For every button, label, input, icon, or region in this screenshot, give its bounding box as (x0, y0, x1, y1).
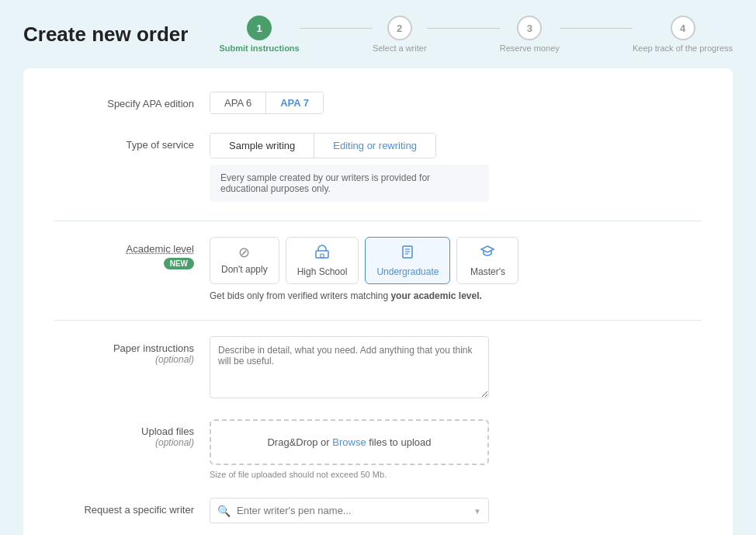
step-line-1 (300, 28, 373, 29)
level-high-school-label: High School (297, 266, 348, 277)
step-3-circle: 3 (517, 16, 542, 40)
step-3-label: Reserve money (500, 43, 560, 53)
writer-label: Request a specific writer (54, 498, 210, 516)
step-2-label: Select a writer (373, 43, 427, 53)
writer-input[interactable] (210, 498, 489, 523)
writer-content: 🔍 ▼ (210, 498, 702, 523)
divider-1 (54, 221, 702, 221)
divider-2 (54, 320, 702, 321)
upload-files-row: Upload files (optional) Drag&Drop or Bro… (54, 419, 702, 479)
step-4: 4 Keep track of the progress (633, 16, 733, 53)
step-4-circle: 4 (671, 16, 695, 40)
high-school-icon (314, 244, 330, 263)
academic-label-group: Academic level NEW (54, 237, 210, 269)
step-line-3 (560, 28, 633, 29)
service-buttons: Sample writing Editing or rewriting (210, 133, 436, 158)
page-title: Create new order (23, 23, 188, 47)
level-masters[interactable]: Master's (456, 237, 518, 284)
editing-rewriting-button[interactable]: Editing or rewriting (314, 134, 435, 158)
paper-content (210, 336, 702, 401)
sample-writing-button[interactable]: Sample writing (210, 134, 314, 158)
service-label: Type of service (54, 133, 210, 151)
step-1-circle: 1 (247, 16, 272, 40)
service-note: Every sample created by our writers is p… (210, 165, 489, 202)
step-4-label: Keep track of the progress (633, 43, 733, 53)
upload-label: Upload files (optional) (54, 419, 210, 448)
paper-instructions-row: Paper instructions (optional) (54, 336, 702, 401)
paper-textarea[interactable] (210, 336, 489, 398)
apa-buttons: APA 6 APA 7 (210, 92, 324, 114)
apa-row: Specify APA edition APA 6 APA 7 (54, 92, 702, 114)
level-dont-apply-label: Don't apply (221, 264, 268, 275)
step-line-2 (427, 28, 500, 29)
academic-note: Get bids only from verified writers matc… (210, 290, 702, 301)
level-undergraduate-label: Undergraduate (376, 266, 439, 277)
level-dont-apply[interactable]: ⊘ Don't apply (210, 237, 279, 284)
step-1: 1 Submit instructions (219, 16, 299, 53)
upload-note: Size of file uploaded should not exceed … (210, 470, 702, 479)
apa-7-button[interactable]: APA 7 (265, 92, 323, 113)
writer-row: Request a specific writer 🔍 ▼ (54, 498, 702, 523)
upload-text2: files to upload (366, 436, 432, 448)
step-3: 3 Reserve money (500, 16, 560, 53)
upload-text: Drag&Drop or (267, 436, 332, 448)
header: Create new order 1 Submit instructions 2… (23, 16, 733, 53)
search-icon: 🔍 (217, 505, 231, 517)
dont-apply-icon: ⊘ (238, 244, 250, 261)
level-masters-label: Master's (470, 266, 505, 277)
level-buttons: ⊘ Don't apply High School (210, 237, 702, 284)
upload-content: Drag&Drop or Browse files to upload Size… (210, 419, 702, 479)
paper-label: Paper instructions (optional) (54, 336, 210, 365)
service-row: Type of service Sample writing Editing o… (54, 133, 702, 202)
step-1-label: Submit instructions (219, 43, 299, 53)
step-2: 2 Select a writer (373, 16, 427, 53)
masters-icon (480, 244, 495, 263)
step-2-circle: 2 (387, 16, 412, 40)
apa-label: Specify APA edition (54, 92, 210, 109)
upload-area[interactable]: Drag&Drop or Browse files to upload (210, 419, 489, 465)
academic-level-row: Academic level NEW ⊘ Don't apply (54, 237, 702, 301)
academic-label: Academic level (54, 243, 194, 255)
service-content: Sample writing Editing or rewriting Ever… (210, 133, 702, 202)
steps-bar: 1 Submit instructions 2 Select a writer … (219, 16, 733, 53)
undergraduate-icon (400, 244, 415, 263)
browse-link[interactable]: Browse (332, 436, 366, 448)
apa-6-button[interactable]: APA 6 (210, 92, 265, 113)
new-badge: NEW (164, 258, 194, 269)
level-high-school[interactable]: High School (286, 237, 359, 284)
main-card: Specify APA edition APA 6 APA 7 Type of … (23, 68, 733, 535)
academic-content: ⊘ Don't apply High School (210, 237, 702, 301)
page-container: Create new order 1 Submit instructions 2… (0, 0, 756, 535)
apa-content: APA 6 APA 7 (210, 92, 702, 114)
level-undergraduate[interactable]: Undergraduate (365, 237, 450, 284)
chevron-down-icon: ▼ (473, 506, 481, 515)
writer-input-wrap: 🔍 ▼ (210, 498, 489, 523)
